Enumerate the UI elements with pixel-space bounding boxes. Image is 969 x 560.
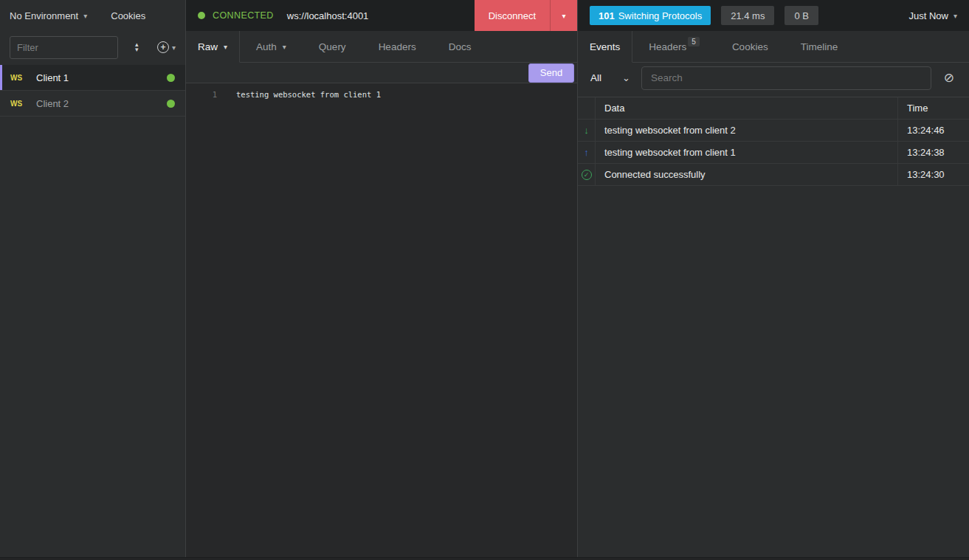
sidebar-topbar: No Environment ▾ Cookies — [0, 0, 185, 31]
filter-input[interactable] — [10, 36, 118, 59]
chevron-down-icon: ▾ — [954, 12, 957, 20]
events-filter-row: All ⌄ ⊘ — [578, 63, 969, 93]
tab-label: Cookies — [732, 41, 768, 52]
tab-headers[interactable]: Headers — [362, 31, 432, 63]
message-editor[interactable]: 1 testing websocket from client 1 — [186, 83, 577, 557]
updated-dropdown[interactable]: Just Now ▾ — [909, 10, 958, 21]
tab-label: Timeline — [801, 41, 838, 52]
chevron-down-icon: ▾ — [83, 12, 87, 20]
tab-label: Query — [319, 41, 346, 52]
tab-cookies[interactable]: Cookies — [716, 31, 784, 63]
disconnect-button[interactable]: Disconnect ▾ — [475, 0, 577, 31]
sidebar-item-client-2[interactable]: WS Client 2 — [0, 91, 185, 117]
table-row[interactable]: ✓ Connected successfully 13:24:30 — [578, 164, 969, 186]
sidebar-filter-row: ▴ ▾ + ▾ — [0, 31, 185, 63]
chevron-down-icon: ▾ — [562, 12, 565, 20]
sidebar-item-client-1[interactable]: WS Client 1 — [0, 65, 185, 91]
table-header-row: Data Time — [578, 97, 969, 120]
table-row[interactable]: ↓ testing websocket from client 2 13:24:… — [578, 120, 969, 142]
request-panel: CONNECTED ws://localhost:4001 Disconnect… — [186, 0, 578, 557]
client-name: Client 1 — [36, 72, 69, 83]
tab-label: Headers — [649, 41, 686, 52]
event-type-value: All — [590, 72, 601, 83]
editor-content: testing websocket from client 1 — [236, 89, 381, 100]
connected-dot-icon — [167, 100, 175, 108]
response-time-badge: 21.4 ms — [721, 6, 774, 25]
time-column-header: Time — [898, 97, 969, 119]
request-tabs: Raw ▾ Auth ▾ Query Headers Docs — [186, 31, 577, 63]
check-circle-icon: ✓ — [582, 170, 592, 180]
chevron-down-icon: ▾ — [172, 44, 176, 52]
event-data: testing websocket from client 2 — [596, 120, 898, 141]
icon-column-header — [578, 97, 596, 119]
search-input[interactable] — [641, 66, 931, 90]
sort-icon[interactable]: ▴ ▾ — [135, 42, 139, 52]
status-text: Switching Protocols — [618, 10, 702, 21]
app-window: No Environment ▾ Cookies ▴ ▾ + ▾ WS Clie… — [0, 0, 969, 557]
tab-label: Headers — [379, 41, 416, 52]
response-tabs: Events Headers 5 Cookies Timeline — [578, 31, 969, 63]
chevron-down-icon: ▾ — [224, 43, 227, 51]
tab-raw[interactable]: Raw ▾ — [186, 31, 240, 63]
response-topbar: 101 Switching Protocols 21.4 ms 0 B Just… — [578, 0, 969, 31]
arrow-down-icon: ↓ — [584, 125, 589, 136]
sort-down-glyph: ▾ — [135, 47, 139, 52]
tab-label: Raw — [198, 41, 218, 52]
environment-selector[interactable]: No Environment ▾ — [10, 10, 87, 21]
headers-count-badge: 5 — [688, 37, 700, 46]
send-button[interactable]: Send — [528, 63, 574, 83]
event-data: testing websocket from client 1 — [596, 142, 898, 163]
tab-auth[interactable]: Auth ▾ — [240, 31, 303, 63]
event-time: 13:24:30 — [898, 164, 969, 185]
tab-query[interactable]: Query — [303, 31, 362, 63]
disconnect-dropdown-button[interactable]: ▾ — [550, 0, 577, 31]
editor-line: 1 testing websocket from client 1 — [186, 89, 577, 100]
updated-label: Just Now — [909, 10, 948, 21]
clear-events-icon[interactable]: ⊘ — [944, 70, 954, 86]
add-request-button[interactable]: + ▾ — [157, 41, 176, 53]
tab-timeline[interactable]: Timeline — [784, 31, 855, 63]
event-data: Connected successfully — [596, 164, 898, 185]
chevron-down-icon: ⌄ — [622, 72, 630, 83]
tab-label: Events — [590, 41, 620, 52]
send-row: Send — [186, 63, 577, 83]
connected-dot-icon — [167, 74, 175, 82]
table-row[interactable]: ↑ testing websocket from client 1 13:24:… — [578, 142, 969, 164]
ws-protocol-badge: WS — [10, 100, 27, 108]
response-panel: 101 Switching Protocols 21.4 ms 0 B Just… — [578, 0, 969, 557]
disconnect-label: Disconnect — [475, 0, 550, 31]
tab-docs[interactable]: Docs — [432, 31, 488, 63]
connection-bar: CONNECTED ws://localhost:4001 Disconnect… — [186, 0, 577, 31]
line-number: 1 — [186, 89, 217, 100]
environment-label: No Environment — [10, 10, 78, 21]
ws-protocol-badge: WS — [10, 74, 27, 82]
client-list: WS Client 1 WS Client 2 — [0, 65, 185, 117]
connected-dot-icon — [198, 12, 205, 19]
events-table: Data Time ↓ testing websocket from clien… — [578, 97, 969, 186]
sidebar: No Environment ▾ Cookies ▴ ▾ + ▾ WS Clie… — [0, 0, 186, 557]
status-badge: 101 Switching Protocols — [590, 6, 711, 25]
tab-resp-headers[interactable]: Headers 5 — [632, 31, 716, 63]
tab-events[interactable]: Events — [578, 31, 632, 63]
websocket-url: ws://localhost:4001 — [287, 10, 369, 21]
event-type-select[interactable]: All ⌄ — [590, 72, 630, 83]
response-size-badge: 0 B — [784, 6, 818, 25]
cookies-button[interactable]: Cookies — [111, 10, 145, 21]
tab-label: Auth — [256, 41, 277, 52]
event-time: 13:24:38 — [898, 142, 969, 163]
status-code: 101 — [599, 10, 615, 21]
plus-circle-icon: + — [157, 41, 169, 53]
connection-status: CONNECTED — [213, 10, 274, 21]
chevron-down-icon: ▾ — [283, 43, 286, 51]
bottom-statusbar — [0, 557, 969, 560]
client-name: Client 2 — [36, 98, 69, 109]
arrow-up-icon: ↑ — [584, 147, 589, 158]
tab-label: Docs — [449, 41, 472, 52]
event-time: 13:24:46 — [898, 120, 969, 141]
data-column-header: Data — [596, 97, 898, 119]
